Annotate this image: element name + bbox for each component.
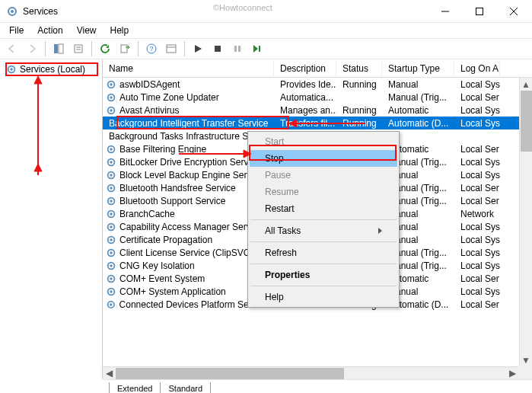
service-logon: Local Sys	[454, 235, 500, 245]
service-desc: Manages an...	[274, 105, 336, 116]
gear-icon	[106, 157, 116, 168]
svg-point-21	[10, 68, 13, 71]
col-description[interactable]: Description	[274, 60, 336, 77]
service-name: COM+ Event System	[119, 273, 205, 284]
service-name: Certificate Propagation	[119, 235, 212, 245]
svg-point-43	[110, 212, 113, 216]
ctx-refresh[interactable]: Refresh	[250, 244, 397, 261]
menu-file[interactable]: File	[3, 24, 30, 37]
ctx-pause[interactable]: Pause	[250, 167, 397, 184]
gear-icon	[106, 209, 116, 219]
properties-button[interactable]	[69, 40, 88, 58]
svg-rect-7	[59, 44, 63, 53]
service-name: Capability Access Manager Service	[119, 222, 263, 232]
tree-root-services-local[interactable]: Services (Local)	[3, 62, 99, 76]
menu-bar: File Action View Help	[0, 23, 532, 38]
menu-action[interactable]: Action	[31, 24, 68, 37]
service-name: BranchCache	[119, 209, 175, 219]
service-row[interactable]: aswbIDSAgentProvides Ide...RunningManual…	[103, 78, 532, 91]
column-headers: Name Description Status Startup Type Log…	[103, 59, 532, 78]
vertical-scrollbar[interactable]: ▲ ▼	[519, 78, 532, 366]
svg-rect-6	[54, 44, 58, 53]
menu-help[interactable]: Help	[104, 24, 135, 37]
service-logon: Local Ser	[454, 196, 500, 206]
service-row[interactable]: Background Intelligent Transfer ServiceT…	[103, 117, 532, 129]
show-hide-tree-button[interactable]	[49, 40, 68, 58]
svg-rect-14	[167, 45, 176, 53]
h-scroll-thumb[interactable]	[116, 368, 344, 379]
gear-icon	[6, 64, 17, 75]
service-row[interactable]: Auto Time Zone UpdaterAutomatica...Manua…	[103, 91, 532, 104]
menu-view[interactable]: View	[71, 24, 103, 37]
svg-point-23	[110, 83, 113, 86]
svg-rect-11	[121, 45, 127, 53]
svg-point-37	[110, 174, 113, 177]
service-desc: Automatica...	[274, 92, 336, 103]
service-name: COM+ System Application	[119, 286, 226, 297]
scroll-up-button[interactable]: ▲	[520, 78, 533, 91]
col-name[interactable]: Name	[103, 60, 274, 77]
ctx-sep-1	[250, 219, 397, 220]
title-bar: Services ©Howtoconnect	[0, 0, 532, 23]
view-button[interactable]	[162, 40, 180, 58]
context-menu: Start Stop Pause Resume Restart All Task…	[247, 131, 400, 308]
ctx-all-tasks[interactable]: All Tasks	[250, 222, 397, 239]
help-button[interactable]: ?	[142, 40, 161, 58]
stop-service-button[interactable]	[209, 40, 227, 58]
start-service-button[interactable]	[189, 40, 207, 58]
close-button[interactable]	[496, 0, 530, 23]
gear-icon	[106, 260, 116, 271]
gear-icon	[106, 196, 116, 206]
svg-rect-18	[238, 46, 241, 52]
svg-point-47	[110, 238, 113, 241]
scroll-left-button[interactable]: ◀	[103, 367, 116, 380]
ctx-properties[interactable]: Properties	[250, 267, 397, 283]
svg-point-25	[110, 96, 113, 99]
pause-service-button[interactable]	[228, 40, 247, 58]
service-name: BitLocker Drive Encryption Service	[119, 157, 260, 168]
gear-icon	[106, 183, 116, 193]
col-log-on-as[interactable]: Log On A	[454, 60, 500, 77]
back-button[interactable]	[3, 40, 21, 58]
ctx-stop[interactable]: Stop	[250, 150, 397, 167]
service-logon: Local Sys	[454, 222, 500, 232]
service-name: Bluetooth Support Service	[119, 196, 225, 206]
col-startup-type[interactable]: Startup Type	[382, 60, 454, 77]
maximize-button[interactable]	[462, 0, 496, 23]
service-logon: Local Sys	[454, 105, 500, 116]
service-status: Running	[336, 105, 382, 116]
ctx-start[interactable]: Start	[250, 133, 397, 150]
service-logon: Local Ser	[454, 183, 500, 193]
gear-icon	[106, 286, 116, 297]
svg-point-1	[11, 10, 14, 13]
tab-standard[interactable]: Standard	[160, 382, 211, 393]
gear-icon	[106, 79, 116, 90]
svg-rect-16	[215, 46, 221, 52]
gear-icon	[106, 144, 116, 155]
tree-pane: Services (Local)	[0, 59, 103, 379]
tab-extended[interactable]: Extended	[109, 382, 161, 393]
ctx-help[interactable]: Help	[250, 289, 397, 305]
gear-icon	[106, 273, 116, 284]
gear-icon	[106, 222, 116, 232]
horizontal-scrollbar[interactable]: ◀ ▶	[103, 366, 519, 379]
service-name: Connected Devices Platform Service	[119, 299, 268, 310]
service-name: Base Filtering Engine	[119, 144, 206, 155]
refresh-button[interactable]	[96, 40, 114, 58]
forward-button[interactable]	[23, 40, 41, 58]
ctx-resume[interactable]: Resume	[250, 184, 397, 200]
svg-rect-19	[259, 46, 260, 52]
minimize-button[interactable]	[428, 0, 462, 23]
service-name: aswbIDSAgent	[119, 79, 180, 90]
svg-point-53	[110, 277, 113, 280]
scroll-down-button[interactable]: ▼	[520, 353, 533, 366]
service-status: Running	[336, 79, 382, 90]
export-button[interactable]	[116, 40, 134, 58]
ctx-restart[interactable]: Restart	[250, 200, 397, 217]
col-status[interactable]: Status	[336, 60, 382, 77]
v-scroll-thumb[interactable]	[521, 91, 532, 152]
service-row[interactable]: Avast AntivirusManages an...RunningAutom…	[103, 104, 532, 117]
scroll-right-button[interactable]: ▶	[506, 367, 519, 380]
service-logon: Local Ser	[454, 299, 500, 310]
restart-service-button[interactable]	[248, 40, 266, 58]
